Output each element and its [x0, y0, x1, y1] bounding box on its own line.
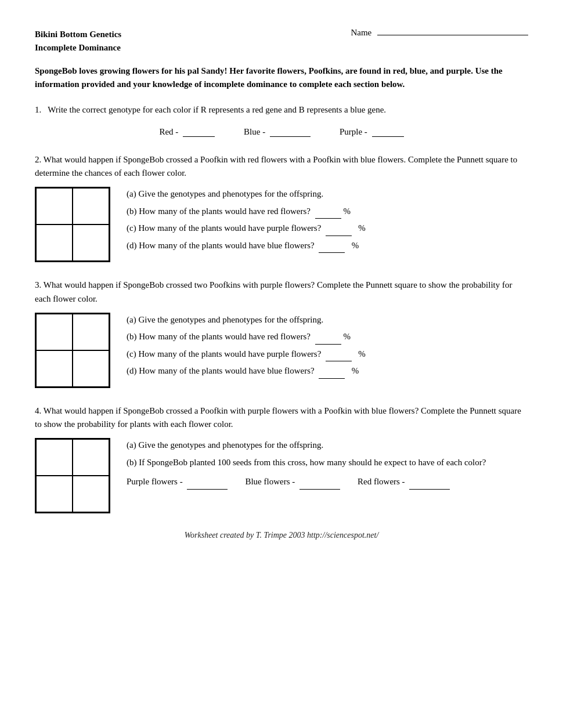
q1-purple: Purple -: [340, 127, 404, 137]
intro-paragraph: SpongeBob loves growing flowers for his …: [35, 64, 528, 92]
q3-punnett-cell-bl[interactable]: [36, 350, 73, 387]
q2-a: (a) Give the genotypes and phenotypes fo…: [127, 187, 528, 202]
header: Bikini Bottom Genetics Incomplete Domina…: [35, 28, 528, 54]
q3-answers: (a) Give the genotypes and phenotypes fo…: [127, 313, 528, 381]
footer: Worksheet created by T. Trimpe 2003 http…: [35, 531, 528, 540]
q4-number: 4.: [35, 406, 41, 415]
q3-b-blank[interactable]: [315, 344, 341, 345]
q4-blue-flowers: Blue flowers -: [245, 475, 340, 490]
q3-punnett-row: (a) Give the genotypes and phenotypes fo…: [35, 313, 528, 388]
q4-punnett-cell-bl[interactable]: [36, 476, 73, 512]
q4-punnett-cell-tl[interactable]: [36, 439, 73, 476]
question-2: 2. What would happen if SpongeBob crosse…: [35, 153, 528, 263]
q3-text: 3. What would happen if SpongeBob crosse…: [35, 278, 528, 306]
header-right: Name: [351, 28, 528, 38]
q2-d-blank[interactable]: [319, 252, 345, 253]
q3-body: What would happen if SpongeBob crossed t…: [35, 280, 513, 303]
question-3: 3. What would happen if SpongeBob crosse…: [35, 278, 528, 388]
q4-red-flowers: Red flowers -: [358, 475, 450, 490]
q1-red: Red -: [159, 127, 215, 137]
q2-c: (c) How many of the plants would have pu…: [127, 221, 528, 236]
q4-answers: (a) Give the genotypes and phenotypes fo…: [127, 438, 528, 490]
q1-number: 1.: [35, 105, 41, 114]
q2-text: 2. What would happen if SpongeBob crosse…: [35, 153, 528, 180]
header-left: Bikini Bottom Genetics Incomplete Domina…: [35, 28, 121, 54]
q1-purple-blank[interactable]: [372, 136, 404, 137]
q4-a: (a) Give the genotypes and phenotypes fo…: [127, 438, 528, 453]
name-label: Name: [351, 28, 371, 37]
question-4: 4. What would happen if SpongeBob crosse…: [35, 404, 528, 514]
q4-punnett-cell-tr[interactable]: [73, 439, 109, 476]
q4-text: 4. What would happen if SpongeBob crosse…: [35, 404, 528, 432]
punnett-cell-br[interactable]: [73, 224, 109, 261]
punnett-cell-bl[interactable]: [36, 224, 73, 261]
q3-punnett-square: [35, 313, 110, 388]
q3-c-blank[interactable]: [326, 361, 352, 361]
q2-punnett-square: [35, 187, 110, 262]
q3-number: 3.: [35, 280, 41, 289]
q3-d-blank[interactable]: [319, 378, 345, 379]
q1-blue: Blue -: [244, 127, 311, 137]
title-line2: Incomplete Dominance: [35, 41, 121, 55]
q4-blue-blank[interactable]: [299, 489, 340, 490]
q3-punnett-cell-tl[interactable]: [36, 314, 73, 350]
q2-answers: (a) Give the genotypes and phenotypes fo…: [127, 187, 528, 255]
footer-text: Worksheet created by T. Trimpe 2003 http…: [185, 531, 379, 539]
q3-punnett-cell-tr[interactable]: [73, 314, 109, 350]
q3-punnett-cell-br[interactable]: [73, 350, 109, 387]
q1-blue-blank[interactable]: [270, 136, 311, 137]
q4-purple-blank[interactable]: [187, 489, 228, 490]
name-blank[interactable]: [377, 35, 528, 35]
q1-text: 1. Write the correct genotype for each c…: [35, 103, 528, 117]
q2-c-blank[interactable]: [326, 236, 352, 236]
q4-purple-flowers: Purple flowers -: [127, 475, 228, 490]
q4-red-blank[interactable]: [409, 489, 450, 490]
q2-b-blank[interactable]: [315, 218, 341, 219]
q1-body: Write the correct genotype for each colo…: [48, 105, 386, 114]
punnett-cell-tr[interactable]: [73, 188, 109, 224]
q1-red-blank[interactable]: [183, 136, 215, 137]
q3-a: (a) Give the genotypes and phenotypes fo…: [127, 313, 528, 328]
q1-color-row: Red - Blue - Purple -: [35, 127, 528, 137]
q4-flowers-row: Purple flowers - Blue flowers - Red flow…: [127, 475, 528, 490]
question-1: 1. Write the correct genotype for each c…: [35, 103, 528, 137]
q4-body: What would happen if SpongeBob crossed a…: [35, 406, 521, 429]
q2-b: (b) How many of the plants would have re…: [127, 204, 528, 219]
q4-punnett-cell-br[interactable]: [73, 476, 109, 512]
q2-punnett-row: (a) Give the genotypes and phenotypes fo…: [35, 187, 528, 262]
q3-b: (b) How many of the plants would have re…: [127, 329, 528, 345]
q4-punnett-square: [35, 438, 110, 513]
q4-b: (b) If SpongeBob planted 100 seeds from …: [127, 455, 528, 470]
q3-d: (d) How many of the plants would have bl…: [127, 364, 528, 379]
punnett-cell-tl[interactable]: [36, 188, 73, 224]
q3-c: (c) How many of the plants would have pu…: [127, 347, 528, 362]
title-line1: Bikini Bottom Genetics: [35, 28, 121, 41]
q2-d: (d) How many of the plants would have bl…: [127, 238, 528, 253]
q4-punnett-row: (a) Give the genotypes and phenotypes fo…: [35, 438, 528, 513]
q2-body: What would happen if SpongeBob crossed a…: [35, 155, 517, 178]
q2-number: 2.: [35, 155, 41, 164]
